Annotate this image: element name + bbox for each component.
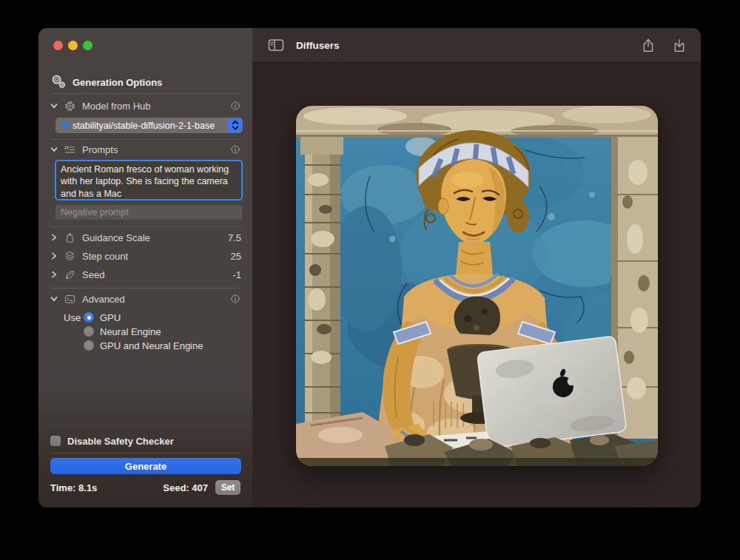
leaf-icon (64, 269, 76, 281)
sidebar-title: Generation Options (73, 77, 162, 88)
seed-label: Seed (82, 269, 104, 280)
model-loaded-indicator (61, 122, 68, 129)
window-controls (53, 41, 92, 50)
divider (50, 288, 241, 289)
chip-icon (64, 100, 76, 112)
divider (50, 453, 241, 453)
close-window-button[interactable] (53, 41, 63, 50)
step-count-label: Step count (82, 251, 128, 262)
terminal-icon (64, 293, 76, 306)
model-select[interactable]: stabilityai/stable-diffusion-2-1-base (56, 118, 243, 133)
diffusers-app-window: Generation Options Model from Hub (38, 28, 701, 507)
last-seed: Seed: 407 (163, 479, 208, 496)
chevron-right-icon[interactable] (50, 252, 58, 260)
advanced-row: Advanced (50, 292, 241, 306)
generate-button[interactable]: Generate (50, 458, 241, 474)
set-seed-button[interactable]: Set (215, 480, 240, 495)
toolbar: Diffusers (252, 28, 701, 63)
gears-icon (51, 74, 66, 91)
step-count-value: 25 (231, 251, 241, 262)
zoom-window-button[interactable] (83, 41, 92, 50)
prompts-label: Prompts (82, 144, 118, 155)
radio-unselected[interactable] (84, 340, 94, 351)
prompt-input[interactable]: Ancient Roman fresco of woman working wi… (55, 160, 243, 200)
step-count-row: Step count 25 (50, 249, 241, 263)
chevron-right-icon[interactable] (50, 271, 58, 278)
generated-image (296, 106, 658, 466)
radio-unselected[interactable] (84, 326, 94, 337)
text-quote-icon (64, 144, 76, 156)
disable-safety-checker-row[interactable]: Disable Safety Checker (50, 434, 174, 448)
image-canvas (252, 63, 701, 507)
chevron-down-icon[interactable] (50, 146, 58, 153)
prompts-row: Prompts (50, 143, 241, 156)
divider (50, 226, 241, 227)
minimize-window-button[interactable] (68, 41, 78, 50)
chevron-right-icon[interactable] (50, 234, 58, 241)
sidebar-toggle-icon[interactable] (268, 38, 284, 55)
guidance-scale-label: Guidance Scale (82, 232, 150, 243)
seed-row: Seed -1 (50, 268, 241, 281)
share-icon[interactable] (641, 37, 656, 57)
model-from-hub-label: Model from Hub (82, 101, 150, 112)
radio-selected[interactable] (84, 312, 94, 323)
radio-label: GPU and Neural Engine (100, 340, 203, 351)
negative-prompt-input[interactable] (56, 205, 242, 220)
popup-stepper-icon (228, 118, 242, 132)
divider (50, 93, 241, 94)
chevron-down-icon[interactable] (50, 295, 58, 303)
generation-options-header: Generation Options (51, 74, 162, 91)
weight-icon (64, 232, 76, 244)
compute-option-neural-engine[interactable]: Neural Engine (84, 325, 161, 338)
model-info-icon[interactable] (229, 100, 241, 112)
model-selected-value: stabilityai/stable-diffusion-2-1-base (73, 121, 215, 131)
main-pane: Diffusers (252, 28, 701, 507)
sidebar: Generation Options Model from Hub (38, 28, 252, 507)
divider (50, 139, 241, 140)
radio-label: GPU (100, 312, 121, 323)
guidance-scale-row: Guidance Scale 7.5 (50, 231, 241, 244)
layers-stack-icon (64, 250, 76, 263)
download-icon[interactable] (672, 37, 687, 57)
advanced-label: Advanced (82, 294, 125, 305)
seed-value: -1 (232, 269, 241, 280)
prompts-info-icon[interactable] (229, 144, 241, 155)
window-title: Diffusers (296, 28, 340, 62)
model-from-hub-row: Model from Hub (50, 99, 241, 112)
generation-time: Time: 8.1s (50, 479, 97, 496)
desktop-background: Generation Options Model from Hub (0, 0, 740, 560)
guidance-scale-value: 7.5 (228, 232, 241, 243)
chevron-down-icon[interactable] (50, 102, 58, 109)
safety-checker-checkbox[interactable] (50, 436, 61, 446)
safety-checker-label: Disable Safety Checker (67, 436, 174, 447)
compute-option-gpu-and-neural-engine[interactable]: GPU and Neural Engine (84, 339, 203, 352)
radio-label: Neural Engine (100, 326, 161, 337)
use-label: Use (64, 311, 81, 324)
compute-option-gpu[interactable]: GPU (84, 311, 121, 324)
advanced-info-icon[interactable] (229, 293, 241, 305)
